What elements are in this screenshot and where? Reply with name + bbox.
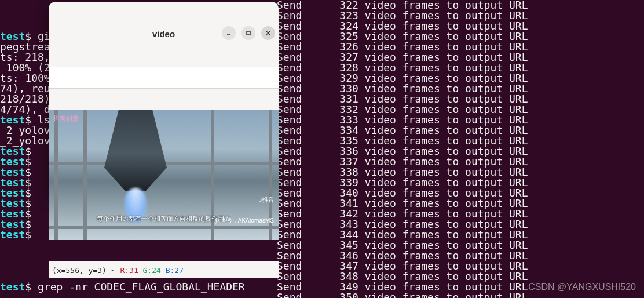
maximize-button[interactable] [241,26,255,40]
window-toolbar [49,67,279,89]
close-button[interactable] [261,26,275,40]
watermark-top-left: 抖音创意 [53,113,79,123]
csdn-watermark: CSDN @YANGXUSHI520 [528,282,636,292]
video-status-bar: (x=556, y=3) ~ R:31 G:24 B:27 [49,261,279,278]
window-controls [222,26,275,40]
watermark-bottom-right: ♪抖音 抖音号：AKAtomasMS [205,184,274,237]
video-player-window[interactable]: video 抖音创意 每个作用力都有一个相等而方向相反的反作用力 ♪抖音 抖音号… [49,2,279,197]
prompt-user: test [0,281,25,293]
terminal-right-output: Send 322 video frames to output URLSend … [277,0,528,298]
video-frame[interactable]: 抖音创意 每个作用力都有一个相等而方向相反的反作用力 ♪抖音 抖音号：AKAto… [49,110,279,240]
minimize-button[interactable] [222,26,236,40]
svg-rect-1 [247,31,250,35]
prompt-sep: $ [25,281,31,293]
send-frame-line: Send 350 video frames to output URL [277,292,528,298]
window-titlebar[interactable]: video [49,23,279,46]
window-title: video [152,29,175,39]
